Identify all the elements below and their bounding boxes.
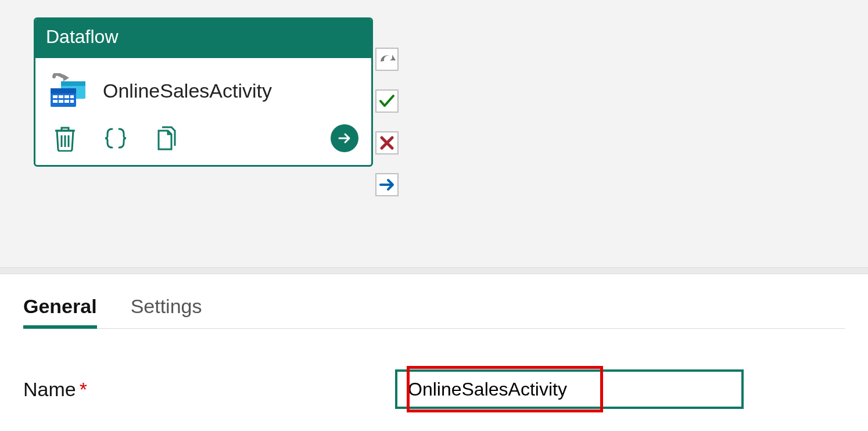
failure-connector-icon[interactable] — [375, 131, 399, 155]
svg-rect-7 — [64, 95, 69, 98]
name-input-wrap — [395, 369, 744, 409]
properties-tabs: General Settings — [23, 292, 845, 329]
activity-connectors — [375, 48, 399, 196]
properties-panel: General Settings Name* — [0, 274, 868, 431]
svg-rect-12 — [70, 100, 74, 103]
copy-icon[interactable] — [155, 125, 180, 152]
name-label-text: Name — [23, 378, 76, 400]
activity-toolbar — [35, 114, 371, 165]
svg-rect-10 — [59, 100, 63, 103]
svg-rect-11 — [64, 100, 69, 103]
code-braces-icon[interactable] — [103, 125, 128, 151]
run-arrow-button[interactable] — [331, 124, 358, 152]
svg-rect-9 — [53, 100, 58, 103]
activity-body: OnlineSalesActivity — [35, 58, 371, 114]
svg-rect-2 — [61, 81, 85, 86]
required-asterisk: * — [80, 378, 87, 400]
svg-rect-4 — [51, 88, 76, 94]
tab-general[interactable]: General — [23, 292, 97, 328]
name-input[interactable] — [395, 369, 744, 409]
name-label: Name* — [23, 378, 395, 401]
svg-rect-6 — [59, 95, 63, 98]
name-field-row: Name* — [23, 369, 845, 409]
success-connector-icon[interactable] — [375, 89, 399, 113]
delete-icon[interactable] — [54, 125, 76, 152]
dataflow-activity-card[interactable]: Dataflow OnlineSalesActivity — [34, 17, 373, 167]
completion-connector-icon[interactable] — [375, 173, 399, 196]
svg-rect-8 — [70, 95, 74, 98]
activity-name-text: OnlineSalesActivity — [103, 80, 272, 102]
svg-rect-5 — [53, 95, 58, 98]
retry-connector-icon[interactable] — [375, 48, 399, 71]
activity-type-label: Dataflow — [35, 19, 371, 58]
tab-settings[interactable]: Settings — [131, 292, 202, 328]
pipeline-canvas[interactable]: Dataflow OnlineSalesActivity — [0, 0, 868, 267]
dataflow-icon — [48, 73, 90, 108]
svg-marker-0 — [63, 74, 69, 81]
panel-divider[interactable] — [0, 267, 868, 274]
